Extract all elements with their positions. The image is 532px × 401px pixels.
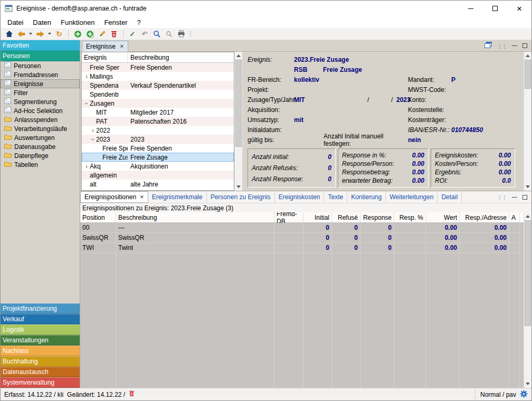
tree-row[interactable]: Spendena Verkauf Spendenartikel (82, 81, 234, 90)
tree-row[interactable]: 2022 (82, 126, 234, 135)
close-button[interactable] (507, 1, 531, 16)
restore-window-icon[interactable] (484, 42, 492, 50)
sidebar-item-tabellen[interactable]: Tabellen (1, 160, 80, 169)
back-dropdown-icon[interactable] (28, 29, 33, 39)
sidebar-item-anlassspenden[interactable]: Anlassspenden (1, 115, 80, 124)
menu-dots-icon[interactable] (497, 193, 507, 201)
add-icon[interactable] (72, 29, 83, 39)
scroll-up-icon[interactable] (524, 52, 531, 60)
gear-icon[interactable] (520, 390, 528, 399)
expand-icon[interactable] (90, 127, 96, 134)
sidebar-item-adhoc-selektion[interactable]: Ad-Hoc Selektion (1, 106, 80, 115)
table-row[interactable]: TWI Twint 0 0 0 0.00 0.00 (80, 243, 524, 253)
scroll-thumb[interactable] (525, 220, 531, 326)
column-header-refuse[interactable]: Refusé (332, 212, 360, 222)
tree-row[interactable]: Mailings (82, 72, 234, 81)
sidebar-section-verkauf[interactable]: Verkauf (1, 314, 80, 324)
column-header-a[interactable]: A (509, 212, 520, 222)
delete-icon[interactable] (109, 29, 119, 39)
search-secondary-icon[interactable] (164, 29, 174, 39)
menu-daten[interactable]: Daten (28, 18, 56, 26)
tab-close-icon[interactable] (120, 43, 124, 50)
column-header-beschreibung[interactable]: Beschreibung (116, 212, 274, 222)
positions-scrollbar[interactable] (524, 212, 531, 388)
back-icon[interactable] (16, 29, 26, 39)
menu-datei[interactable]: Datei (3, 18, 28, 26)
tree-row-selected[interactable]: Freie Zusa Freie Zusage (82, 153, 234, 162)
undo-icon[interactable] (139, 29, 150, 39)
scroll-down-icon[interactable] (524, 183, 531, 191)
edit-icon[interactable] (97, 29, 107, 39)
sidebar-section-projektfinanzierung[interactable]: Projektfinanzierung (1, 303, 80, 314)
sidebar-section-buchhaltung[interactable]: Buchhaltung (1, 356, 80, 367)
tree-row[interactable]: Zusagen (82, 99, 234, 108)
tree-row[interactable]: allgemein (82, 171, 234, 180)
maximize-button[interactable] (483, 1, 507, 16)
tab-close-icon[interactable] (140, 193, 144, 201)
menu-hilfe[interactable]: ? (132, 18, 145, 26)
sidebar-item-datenpflege[interactable]: Datenpflege (1, 151, 80, 160)
tree-row[interactable]: Akq Akquisitionen (82, 162, 234, 171)
table-row[interactable]: 00 --- 0 0 0 0.00 0.00 (80, 223, 524, 233)
scroll-up-icon[interactable] (235, 52, 242, 60)
tree-row[interactable]: Spendenb (82, 90, 234, 99)
menu-funktionen[interactable]: Funktionen (56, 18, 99, 26)
sidebar-item-ereignisse[interactable]: Ereignisse (1, 79, 80, 88)
minimize-pane-icon[interactable] (512, 45, 517, 46)
tree-row[interactable]: alt alte Jahre (82, 180, 234, 189)
minimize-pane-icon[interactable] (512, 197, 517, 198)
sidebar-item-segmentierung[interactable]: Segmentierung (1, 97, 80, 106)
refresh-icon[interactable] (54, 29, 64, 39)
scroll-thumb[interactable] (235, 60, 242, 147)
print-icon[interactable] (176, 29, 186, 39)
column-header-resp-pct[interactable]: Resp. % (394, 212, 426, 222)
scroll-thumb[interactable] (525, 60, 531, 89)
forward-icon[interactable] (35, 29, 45, 39)
tree-scrollbar[interactable] (234, 52, 242, 191)
sidebar-section-personen[interactable]: Personen (1, 51, 80, 61)
column-header-wert[interactable]: Wert (426, 212, 460, 222)
tab-detail[interactable]: Detail (438, 191, 462, 203)
scroll-up-icon[interactable] (524, 212, 531, 220)
sidebar-section-systemverwaltung[interactable]: Systemverwaltung (1, 377, 80, 388)
add-copy-icon[interactable] (84, 29, 95, 39)
expand-icon[interactable] (83, 73, 90, 80)
tree-row[interactable]: Freie Sper Freie Spenden (82, 63, 234, 72)
detail-scrollbar[interactable] (524, 52, 531, 191)
scroll-down-icon[interactable] (235, 183, 242, 191)
tab-weiterleitungen[interactable]: Weiterleitungen (386, 191, 438, 203)
column-header-position[interactable]: Position (80, 212, 116, 222)
tab-ereignisse[interactable]: Ereignisse (82, 41, 128, 52)
menu-dots-icon[interactable] (497, 42, 507, 50)
more-icon[interactable] (188, 29, 193, 39)
sidebar-item-datenausgabe[interactable]: Datenausgabe (1, 142, 80, 151)
collapse-icon[interactable] (83, 100, 90, 107)
menu-fenster[interactable]: Fenster (99, 18, 132, 26)
sidebar-section-veranstaltungen[interactable]: Veranstaltungen (1, 335, 80, 346)
minimize-button[interactable] (459, 1, 483, 16)
tab-ereigniskosten[interactable]: Ereigniskosten (275, 191, 325, 203)
column-header-beschreibung[interactable]: Beschreibung (128, 54, 234, 61)
sidebar-section-nachlass[interactable]: Nachlass (1, 346, 80, 356)
maximize-pane-icon[interactable] (522, 195, 527, 200)
tree-row[interactable]: MIT Mitglieder 2017 (82, 108, 234, 117)
tree-row[interactable]: Freie Sper Freie Spenden (82, 144, 234, 153)
sidebar-item-filter[interactable]: Filter (1, 88, 80, 97)
search-icon[interactable] (151, 29, 162, 39)
tab-texte[interactable]: Texte (324, 191, 347, 203)
tab-kontierung[interactable]: Kontierung (347, 191, 386, 203)
table-row[interactable]: SwissQR SwissQR 0 0 0 0.00 0.00 (80, 233, 524, 243)
sidebar-item-personen[interactable]: Personen (1, 61, 80, 70)
tab-personen-zu-ereignis[interactable]: Personen zu Ereignis (207, 191, 275, 203)
sidebar-item-verarbeitungslaeufe[interactable]: Verarbeitungsläufe (1, 124, 80, 133)
tab-ereignispositionen[interactable]: Ereignispositionen (80, 191, 148, 203)
collapse-icon[interactable] (89, 136, 97, 143)
home-icon[interactable] (4, 29, 14, 39)
column-header-fremd-db[interactable]: Fremd-DB (274, 212, 303, 222)
column-header-ereignis[interactable]: Ereignis (82, 52, 128, 62)
expand-icon[interactable] (83, 163, 90, 170)
forward-dropdown-icon[interactable] (47, 29, 52, 39)
tree-row[interactable]: PAT Patenschaften 2016 (82, 117, 234, 126)
column-header-response[interactable]: Response (360, 212, 394, 222)
sidebar-item-auswertungen[interactable]: Auswertungen (1, 133, 80, 142)
